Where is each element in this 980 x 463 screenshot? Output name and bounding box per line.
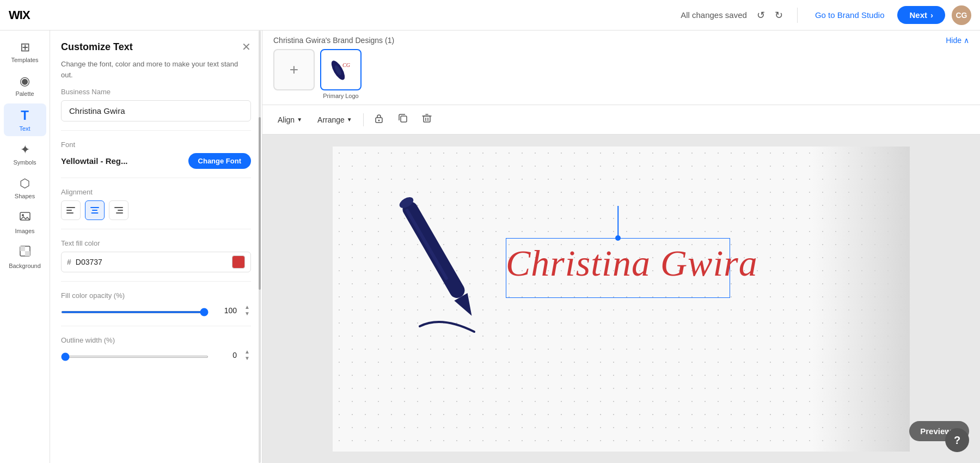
sidebar-label-palette: Palette: [15, 90, 34, 97]
sidebar-item-shapes[interactable]: ⬡ Shapes: [4, 172, 46, 204]
add-icon: +: [290, 61, 298, 78]
avatar[interactable]: CG: [952, 5, 971, 25]
add-design-button[interactable]: +: [273, 49, 315, 90]
canvas-inner[interactable]: Christina Gwira: [333, 147, 910, 452]
opacity-row: 100 ▲ ▼: [61, 304, 251, 317]
undo-redo-group: ↺ ↻: [754, 7, 786, 23]
color-value-input[interactable]: [76, 258, 228, 266]
svg-rect-10: [91, 212, 99, 214]
sidebar-item-symbols[interactable]: ✦ Symbols: [4, 138, 46, 170]
change-font-button[interactable]: Change Font: [188, 153, 251, 169]
canvas-area: Christina Gwira's Brand Designs (1) Hide…: [262, 31, 980, 463]
opacity-slider-wrap: [61, 306, 209, 315]
svg-rect-26: [405, 208, 449, 281]
undo-button[interactable]: ↺: [754, 7, 768, 23]
main-layout: ⊞ Templates ◉ Palette T Text ✦ Symbols ⬡…: [0, 31, 980, 463]
outline-row: 0 ▲ ▼: [61, 349, 251, 362]
align-center-button[interactable]: [85, 200, 105, 220]
hide-icon: ∧: [964, 36, 969, 45]
sidebar-label-text: Text: [19, 125, 30, 132]
alignment-label: Alignment: [61, 188, 251, 196]
font-row: Yellowtail - Reg... Change Font: [61, 153, 251, 169]
align-right-button[interactable]: [109, 200, 128, 220]
topbar: WIX All changes saved ↺ ↻ Go to Brand St…: [0, 0, 980, 31]
svg-rect-13: [116, 212, 123, 214]
svg-rect-9: [92, 210, 97, 211]
svg-rect-3: [20, 246, 25, 251]
color-row[interactable]: #: [61, 252, 251, 272]
text-fill-color-label: Text fill color: [61, 239, 251, 247]
background-icon: [19, 245, 31, 260]
outline-slider[interactable]: [61, 356, 209, 358]
font-label: Font: [61, 141, 251, 149]
outline-stepper: ▲ ▼: [243, 349, 251, 362]
svg-rect-19: [401, 116, 407, 122]
panel-scrollbar-thumb: [259, 117, 261, 290]
duplicate-button[interactable]: [392, 109, 414, 130]
opacity-value: 100: [215, 306, 237, 315]
primary-logo-thumb[interactable]: CG: [320, 49, 362, 90]
outline-slider-wrap: [61, 350, 209, 360]
svg-point-18: [378, 120, 379, 121]
outline-down-button[interactable]: ▼: [243, 355, 251, 362]
brand-bar-header: Christina Gwira's Brand Designs (1) Hide…: [273, 36, 969, 45]
help-button[interactable]: ?: [945, 428, 969, 452]
primary-logo-label: Primary Logo: [323, 93, 358, 99]
symbols-icon: ✦: [20, 143, 30, 157]
align-left-button[interactable]: [61, 200, 81, 220]
sidebar-label-symbols: Symbols: [13, 159, 36, 166]
color-hash: #: [67, 258, 71, 266]
text-icon: T: [21, 108, 29, 123]
delete-button[interactable]: [416, 109, 438, 130]
images-icon: [19, 210, 31, 226]
wix-logo: WIX: [9, 8, 30, 22]
canvas-viewport[interactable]: Christina Gwira Preview ›: [262, 135, 980, 463]
font-name: Yellowtail - Reg...: [61, 156, 128, 166]
panel-header: Customize Text ✕: [50, 31, 262, 57]
canvas-right-shadow: [812, 147, 910, 452]
toolbar-divider: [363, 113, 364, 126]
save-status-text: All changes saved: [681, 10, 747, 20]
lock-button[interactable]: [368, 109, 390, 130]
svg-text:CG: CG: [342, 62, 350, 68]
svg-rect-8: [90, 207, 99, 208]
hide-button[interactable]: Hide ∧: [946, 36, 969, 45]
sidebar-item-templates[interactable]: ⊞ Templates: [4, 36, 46, 68]
panel-title: Customize Text: [61, 41, 133, 53]
opacity-up-button[interactable]: ▲: [243, 304, 251, 310]
sidebar-item-palette[interactable]: ◉ Palette: [4, 70, 46, 101]
business-name-input[interactable]: [61, 100, 251, 121]
outline-up-button[interactable]: ▲: [243, 349, 251, 355]
align-button[interactable]: Align ▼: [271, 112, 309, 127]
customize-text-panel: Customize Text ✕ Change the font, color …: [50, 31, 262, 463]
next-button[interactable]: Next ›: [897, 6, 945, 24]
divider-5: [61, 326, 251, 326]
svg-rect-4: [25, 251, 30, 256]
panel-scroll-area: Business Name Font Yellowtail - Reg... C…: [50, 88, 262, 463]
panel-close-button[interactable]: ✕: [242, 40, 251, 53]
brand-bar-title: Christina Gwira's Brand Designs (1): [273, 36, 394, 45]
panel-subtitle: Change the font, color and more to make …: [50, 57, 262, 88]
arrange-button[interactable]: Arrange ▼: [311, 112, 359, 127]
icon-sidebar: ⊞ Templates ◉ Palette T Text ✦ Symbols ⬡…: [0, 31, 50, 463]
help-icon: ?: [954, 434, 960, 447]
sidebar-item-text[interactable]: T Text: [4, 103, 46, 136]
alignment-row: [61, 200, 251, 220]
svg-rect-5: [66, 207, 75, 208]
color-swatch[interactable]: [232, 255, 245, 269]
brand-studio-button[interactable]: Go to Brand Studio: [808, 7, 891, 23]
opacity-down-button[interactable]: ▼: [243, 310, 251, 317]
next-icon: ›: [930, 10, 933, 20]
topbar-divider: [797, 8, 798, 23]
redo-button[interactable]: ↻: [771, 7, 786, 23]
align-chevron-icon: ▼: [297, 117, 302, 123]
outline-value: 0: [215, 351, 237, 360]
arrange-chevron-icon: ▼: [347, 117, 352, 123]
opacity-slider[interactable]: [61, 311, 209, 313]
svg-rect-12: [118, 210, 123, 211]
sidebar-item-images[interactable]: Images: [4, 206, 46, 239]
divider-3: [61, 229, 251, 229]
sidebar-item-background[interactable]: Background: [4, 241, 46, 273]
canvas-script-text[interactable]: Christina Gwira: [506, 242, 758, 285]
divider-1: [61, 130, 251, 131]
